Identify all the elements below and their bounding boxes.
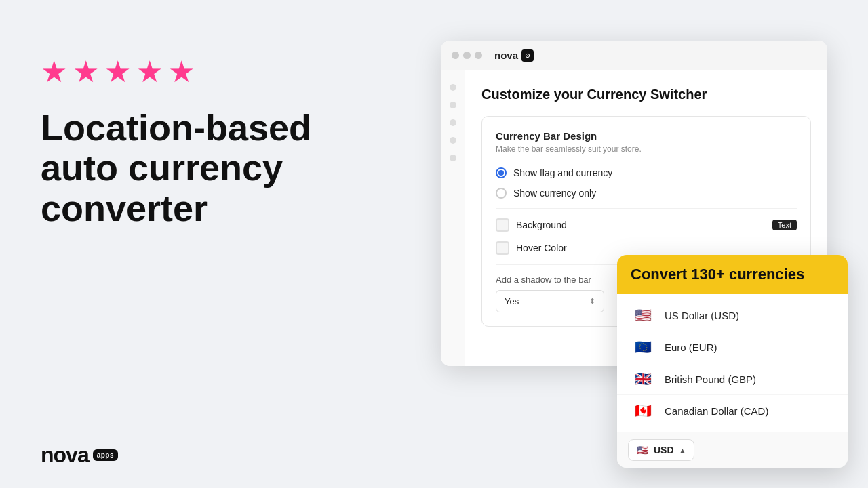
currency-item-usd[interactable]: 🇺🇸 US Dollar (USD) bbox=[617, 300, 848, 331]
star-3: ★ bbox=[104, 54, 131, 89]
text-badge: Text bbox=[772, 220, 797, 230]
radio-option-flag-currency[interactable]: Show flag and currency bbox=[496, 167, 797, 178]
radio-currency-only-indicator bbox=[496, 188, 507, 199]
chevron-up-icon: ▲ bbox=[679, 447, 686, 454]
headline-line2: auto currency bbox=[41, 147, 283, 188]
browser-nova-text: nova bbox=[494, 49, 518, 61]
browser-dots bbox=[452, 52, 482, 59]
sidebar-dot-3 bbox=[450, 119, 456, 126]
sidebar-dot-1 bbox=[450, 84, 456, 91]
browser-sidebar bbox=[441, 70, 465, 366]
flag-gb: 🇬🇧 bbox=[631, 371, 655, 387]
hover-color-label: Hover Color bbox=[516, 243, 567, 253]
page-title: Customize your Currency Switcher bbox=[481, 87, 811, 102]
dot-3 bbox=[475, 52, 482, 59]
headline: Location-based auto currency converter bbox=[41, 108, 366, 228]
currency-card-title: Convert 130+ currencies bbox=[631, 266, 804, 283]
background-color-label: Background bbox=[516, 220, 567, 230]
currency-name-cad: Canadian Dollar (CAD) bbox=[665, 405, 768, 417]
footer-flag: 🇺🇸 bbox=[637, 445, 648, 455]
star-2: ★ bbox=[73, 54, 99, 89]
currency-name-gbp: British Pound (GBP) bbox=[665, 373, 756, 385]
flag-eu: 🇪🇺 bbox=[631, 339, 655, 355]
background-color-row: Background Text bbox=[496, 218, 797, 232]
footer-currency: USD bbox=[654, 445, 674, 455]
radio-currency-only-label: Show currency only bbox=[513, 188, 596, 199]
headline-line3: converter bbox=[41, 188, 208, 228]
card-title: Currency Bar Design bbox=[496, 130, 797, 142]
divider-1 bbox=[496, 208, 797, 209]
card-subtitle: Make the bar seamlessly suit your store. bbox=[496, 144, 797, 154]
headline-line1: Location-based bbox=[41, 107, 311, 148]
nova-apps-badge: apps bbox=[93, 449, 118, 461]
currency-card: Convert 130+ currencies 🇺🇸 US Dollar (US… bbox=[617, 255, 848, 468]
sidebar-dot-5 bbox=[450, 155, 456, 161]
currency-card-header: Convert 130+ currencies bbox=[617, 255, 848, 294]
currency-name-usd: US Dollar (USD) bbox=[665, 310, 739, 321]
star-4: ★ bbox=[136, 54, 163, 89]
currency-list: 🇺🇸 US Dollar (USD) 🇪🇺 Euro (EUR) 🇬🇧 Brit… bbox=[617, 294, 848, 432]
stars-row: ★ ★ ★ ★ ★ bbox=[41, 54, 366, 89]
left-section: ★ ★ ★ ★ ★ Location-based auto currency c… bbox=[41, 54, 366, 228]
dot-1 bbox=[452, 52, 459, 59]
nova-logo-text: nova bbox=[41, 443, 89, 468]
shadow-select[interactable]: Yes ⬍ bbox=[496, 290, 604, 312]
usd-selector[interactable]: 🇺🇸 USD ▲ bbox=[628, 439, 694, 461]
radio-flag-currency-label: Show flag and currency bbox=[513, 167, 612, 178]
shadow-value: Yes bbox=[505, 296, 519, 306]
browser-nova-icon: ⊙ bbox=[521, 49, 534, 62]
browser-nova-icon-symbol: ⊙ bbox=[525, 52, 530, 59]
select-arrows-icon: ⬍ bbox=[589, 297, 595, 306]
browser-nova: nova ⊙ bbox=[494, 49, 534, 62]
browser-bar: nova ⊙ bbox=[441, 41, 827, 70]
flag-us: 🇺🇸 bbox=[631, 307, 655, 323]
background-color-swatch[interactable] bbox=[496, 218, 509, 232]
currency-name-eur: Euro (EUR) bbox=[665, 342, 717, 353]
flag-ca: 🇨🇦 bbox=[631, 403, 655, 419]
currency-item-cad[interactable]: 🇨🇦 Canadian Dollar (CAD) bbox=[617, 395, 848, 426]
radio-flag-currency-indicator bbox=[496, 167, 507, 178]
dot-2 bbox=[463, 52, 471, 59]
sidebar-dot-4 bbox=[450, 137, 456, 144]
star-5: ★ bbox=[168, 54, 195, 89]
sidebar-dot-2 bbox=[450, 102, 456, 108]
hover-color-swatch[interactable] bbox=[496, 241, 509, 255]
star-1: ★ bbox=[41, 54, 67, 89]
nova-logo-bottom: nova apps bbox=[41, 443, 118, 468]
currency-footer: 🇺🇸 USD ▲ bbox=[617, 432, 848, 468]
currency-item-gbp[interactable]: 🇬🇧 British Pound (GBP) bbox=[617, 363, 848, 395]
radio-option-currency-only[interactable]: Show currency only bbox=[496, 188, 797, 199]
hover-color-row: Hover Color bbox=[496, 241, 797, 255]
currency-item-eur[interactable]: 🇪🇺 Euro (EUR) bbox=[617, 331, 848, 363]
